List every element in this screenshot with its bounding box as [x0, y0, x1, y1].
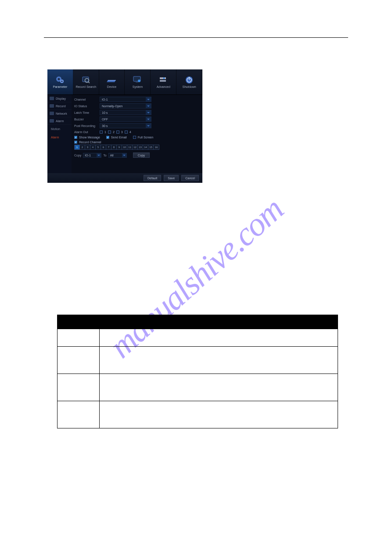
- channel-select[interactable]: IO-1: [100, 97, 151, 102]
- sidebar-item-alarm[interactable]: Alarm: [47, 117, 72, 125]
- toolbar-label: Device: [107, 85, 116, 88]
- copy-to-label: To: [103, 154, 106, 157]
- sidebar-item-label: Display: [56, 97, 66, 100]
- toolbar-record-search[interactable]: Record Search: [73, 69, 99, 94]
- table-row: [58, 401, 338, 428]
- channel-strip: 1 2 3 4 5 6 7 8 9 10 11 12 13 14 15 16: [74, 145, 159, 150]
- alarm-settings-form: Channel IO-1 IO Status Normally-Open Lat…: [72, 95, 202, 173]
- copy-button[interactable]: Copy: [133, 152, 150, 158]
- buzzer-select[interactable]: OFF: [100, 116, 151, 122]
- show-message-checkbox[interactable]: [74, 136, 77, 139]
- alarm-out-4-checkbox[interactable]: [125, 131, 128, 134]
- svg-rect-10: [136, 82, 138, 83]
- save-button[interactable]: Save: [164, 175, 179, 181]
- cancel-button[interactable]: Cancel: [181, 175, 199, 181]
- record-channel-checkbox[interactable]: [74, 141, 77, 144]
- io-status-label: IO Status: [74, 105, 100, 108]
- io-status-select[interactable]: Normally-Open: [100, 103, 151, 109]
- send-email-label: Send Email: [111, 136, 127, 139]
- sidebar-item-record[interactable]: Record: [47, 102, 72, 110]
- channel-toggle[interactable]: 11: [127, 145, 133, 149]
- left-sidebar: Display Record Network Alarm Motion Alar…: [47, 95, 72, 173]
- monitor-icon: [133, 76, 142, 84]
- chevron-down-icon: [146, 110, 151, 115]
- svg-rect-12: [160, 77, 166, 79]
- display-icon: [50, 97, 54, 100]
- channel-toggle[interactable]: 16: [154, 145, 159, 149]
- svg-rect-14: [163, 77, 165, 79]
- channel-toggle[interactable]: 4: [90, 145, 96, 149]
- table-row: [58, 374, 338, 401]
- channel-toggle[interactable]: 7: [106, 145, 111, 149]
- chevron-down-icon: [146, 123, 151, 128]
- copy-from-select[interactable]: IO-1: [83, 153, 101, 158]
- channel-label: Channel: [74, 98, 100, 101]
- latch-time-label: Latch Time: [74, 111, 100, 114]
- channel-toggle[interactable]: 9: [117, 145, 122, 149]
- full-screen-checkbox[interactable]: [133, 136, 136, 139]
- alarm-out-2-checkbox[interactable]: [108, 131, 111, 134]
- network-icon: [50, 112, 54, 115]
- chevron-down-icon: [122, 153, 126, 157]
- channel-toggle[interactable]: 12: [133, 145, 138, 149]
- toolbar-label: Shutdown: [182, 85, 196, 88]
- toolbar-label: Parameter: [53, 85, 68, 88]
- description-table: [57, 315, 338, 428]
- record-icon: [50, 104, 54, 108]
- sidebar-sub-motion[interactable]: Motion: [47, 125, 72, 133]
- channel-toggle[interactable]: 1: [75, 145, 80, 149]
- full-screen-label: Full Screen: [138, 136, 153, 139]
- record-channel-label: Record Channel: [79, 141, 101, 144]
- toolbar-advanced[interactable]: Advanced: [151, 69, 176, 94]
- toolbar-label: Advanced: [157, 85, 170, 88]
- svg-rect-13: [160, 80, 166, 82]
- chevron-down-icon: [97, 153, 101, 157]
- svg-marker-8: [108, 80, 116, 81]
- channel-toggle[interactable]: 8: [111, 145, 117, 149]
- default-button[interactable]: Default: [144, 175, 161, 181]
- dialog-footer: Default Save Cancel: [47, 173, 202, 183]
- channel-toggle[interactable]: 3: [85, 145, 90, 149]
- toolbar-device[interactable]: Device: [99, 69, 125, 94]
- alarm-out-label: Alarm Out: [74, 131, 100, 134]
- channel-toggle[interactable]: 10: [122, 145, 127, 149]
- svg-point-11: [138, 80, 140, 82]
- advanced-icon: [158, 76, 168, 84]
- device-icon: [107, 76, 117, 84]
- channel-toggle[interactable]: 13: [138, 145, 143, 149]
- show-message-label: Show Message: [79, 136, 100, 139]
- channel-toggle[interactable]: 14: [143, 145, 148, 149]
- send-email-checkbox[interactable]: [106, 136, 109, 139]
- main-toolbar: Parameter Record Search Device: [47, 69, 202, 95]
- sidebar-item-display[interactable]: Display: [47, 95, 72, 102]
- channel-toggle[interactable]: 6: [101, 145, 106, 149]
- channel-toggle[interactable]: 2: [80, 145, 85, 149]
- toolbar-label: Record Search: [76, 85, 96, 88]
- alarm-out-3-checkbox[interactable]: [116, 131, 119, 134]
- sidebar-item-label: Alarm: [56, 120, 64, 123]
- copy-to-select[interactable]: All: [108, 153, 127, 158]
- toolbar-system[interactable]: System: [125, 69, 151, 94]
- magnifier-icon: [81, 76, 91, 84]
- post-recording-select[interactable]: 30 s: [100, 123, 151, 128]
- alarm-icon: [50, 119, 54, 123]
- copy-label: Copy: [74, 154, 81, 157]
- alarm-out-1-checkbox[interactable]: [100, 131, 103, 134]
- svg-point-1: [58, 78, 60, 80]
- channel-toggle[interactable]: 15: [148, 145, 154, 149]
- chevron-down-icon: [146, 117, 151, 121]
- table-row: [58, 347, 338, 374]
- toolbar-shutdown[interactable]: Shutdown: [176, 69, 202, 94]
- sidebar-item-network[interactable]: Network: [47, 110, 72, 117]
- sidebar-item-label: Record: [56, 105, 66, 108]
- toolbar-parameter[interactable]: Parameter: [47, 69, 73, 94]
- channel-toggle[interactable]: 5: [96, 145, 101, 149]
- horizontal-rule: [44, 37, 348, 38]
- gears-icon: [55, 76, 65, 84]
- latch-time-select[interactable]: 10 s: [100, 110, 151, 115]
- sidebar-sub-alarm[interactable]: Alarm: [47, 133, 72, 141]
- post-recording-label: Post Recording: [74, 124, 100, 127]
- table-row: [58, 329, 338, 347]
- dvr-settings-window: Parameter Record Search Device: [47, 69, 202, 183]
- svg-line-6: [88, 82, 90, 83]
